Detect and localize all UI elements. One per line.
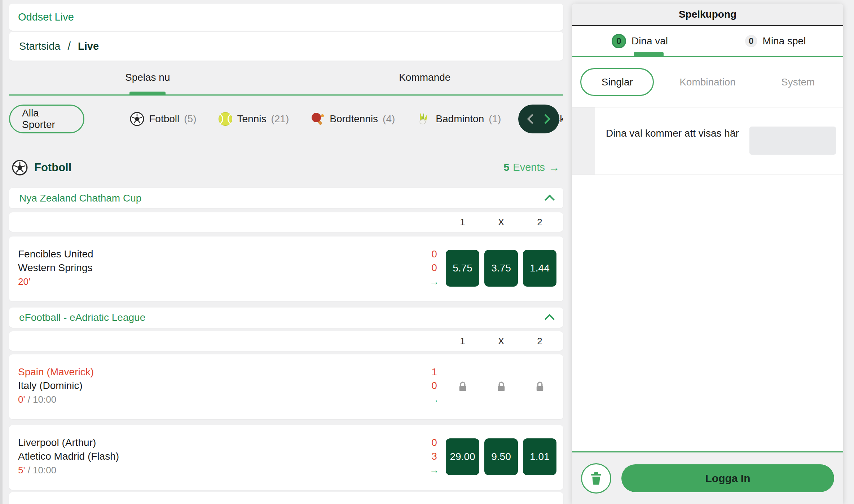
chevron-up-icon [545,194,555,204]
soccer-ball-icon [130,112,144,126]
tab-label: Dina val [631,35,668,47]
league-header-nya-zealand[interactable]: Nya Zealand Chatham Cup [9,188,563,208]
chevron-left-icon[interactable] [526,113,534,125]
sport-filter-carousel [518,105,559,133]
odds-button-2[interactable]: 1.44 [523,250,556,287]
away-score: 0 [427,261,441,275]
live-events-column: Oddset Live Startsida / Live Spelas nu K… [9,4,563,504]
fotboll-section-header: Fotboll 5 Events → [9,158,563,177]
badminton-icon [417,112,431,126]
column-1: 1 [446,331,479,351]
home-team: Spain (Maverick) [18,365,94,379]
breadcrumb-startsida[interactable]: Startsida [19,40,60,52]
home-score: 0 [427,247,441,261]
arrow-right-icon: → [427,275,441,288]
betslip-footer: Logga In [572,451,843,504]
filter-label: Tennis [237,113,267,125]
clear-betslip-button[interactable] [581,463,611,494]
betslip-empty-state: Dina val kommer att visas här [572,107,843,175]
filter-count: (21) [271,113,289,125]
arrow-right-icon: → [427,463,441,477]
tab-kommande[interactable]: Kommande [286,61,564,94]
locked-odds-1 [446,381,479,392]
tab-label: Mina spel [763,35,806,47]
soccer-ball-icon [12,160,28,176]
column-x: X [484,212,518,232]
tab-spelas-nu[interactable]: Spelas nu [9,61,286,94]
breadcrumb-separator: / [67,40,71,53]
match-clock: 0' / 10:00 [18,393,94,406]
betslip-panel: Spelkupong 0 Dina val 0 Mina spel Singla… [572,4,843,504]
placeholder-skeleton [749,127,836,155]
chevron-right-icon[interactable] [543,113,552,125]
betslip-tabs: 0 Dina val 0 Mina spel [572,26,843,57]
away-score: 0 [427,379,441,393]
login-button[interactable]: Logga In [621,464,834,492]
home-team: Liverpool (Arthur) [18,436,119,450]
filter-bordtennis[interactable]: Bordtennis (4) [311,112,395,126]
live-tabs: Spelas nu Kommande [9,61,563,96]
events-link[interactable]: 5 Events → [503,161,560,174]
mina-spel-count-badge: 0 [745,35,757,47]
tab-dina-val[interactable]: 0 Dina val [572,26,708,56]
filter-label: Badminton [436,113,484,125]
odds-button-2[interactable]: 1.01 [523,438,556,475]
sport-filter-row: Alla Sporter Fotboll (5) Tennis (21) Bor… [9,105,563,133]
match-row-fencibles-western[interactable]: Fencibles United Western Springs 20' 0 0… [9,236,563,301]
odds-button-1[interactable]: 29.00 [446,438,479,475]
trash-icon [590,471,602,486]
live-score: 0 3 → [427,436,441,477]
match-row-partial[interactable]: PSG (Nakata) 1 [9,492,563,504]
home-score: 0 [427,436,441,450]
events-label: Events [513,162,545,173]
active-tab-indicator [129,92,166,96]
match-row-spain-italy[interactable]: Spain (Maverick) Italy (Dominic) 0' / 10… [9,354,563,419]
match-clock: 20' [18,275,93,288]
live-score: 1 0 → [427,365,441,406]
dina-val-count-badge: 0 [612,34,626,48]
league-name: eFootball - eAdriatic League [19,312,145,323]
betslip-left-gutter [572,107,595,174]
breadcrumb: Startsida / Live [9,32,563,61]
odds-button-x[interactable]: 9.50 [484,438,518,475]
column-2: 2 [523,331,556,351]
bet-type-tabs: Singlar Kombination System [572,57,843,107]
bet-type-singlar[interactable]: Singlar [572,68,662,96]
match-row-liverpool-atletico[interactable]: Liverpool (Arthur) Atletico Madrid (Flas… [9,425,563,490]
filter-label: Fotboll [149,113,179,125]
lock-icon [458,381,467,392]
column-x: X [484,331,518,351]
bet-type-system[interactable]: System [753,76,843,88]
live-score: 0 0 → [427,247,441,288]
locked-odds-x [484,381,518,392]
filter-count: (5) [184,113,196,125]
away-team: Atletico Madrid (Flash) [18,450,119,463]
filter-label: Bordtennis [330,113,378,125]
page-title-card: Oddset Live [9,4,563,31]
filter-badminton[interactable]: Badminton (1) [417,112,501,126]
odds-button-x[interactable]: 3.75 [484,250,518,287]
away-team: Italy (Dominic) [18,379,94,393]
odds-columns-header: 1 X 2 [9,212,563,232]
filter-fotboll[interactable]: Fotboll (5) [130,112,196,126]
tennis-ball-icon [218,112,233,126]
odds-button-1[interactable]: 5.75 [446,250,479,287]
breadcrumb-live: Live [78,40,99,52]
betslip-body [572,175,843,451]
locked-odds-2 [523,381,556,392]
table-tennis-icon [311,112,325,126]
filter-tennis[interactable]: Tennis (21) [218,112,289,126]
tab-mina-spel[interactable]: 0 Mina spel [708,26,843,56]
empty-message: Dina val kommer att visas här [606,128,739,139]
events-count: 5 [503,162,509,173]
home-team: Fencibles United [18,247,93,261]
bet-type-kombination[interactable]: Kombination [662,76,753,88]
lock-icon [497,381,506,392]
odds-columns-header: 1 X 2 [9,331,563,351]
league-name: Nya Zealand Chatham Cup [19,193,141,204]
filter-alla-sporter[interactable]: Alla Sporter [9,105,84,133]
away-team: Western Springs [18,261,93,275]
page-title: Oddset Live [18,11,74,23]
lock-icon [535,381,545,392]
league-header-eadriatic[interactable]: eFootball - eAdriatic League [9,308,563,328]
